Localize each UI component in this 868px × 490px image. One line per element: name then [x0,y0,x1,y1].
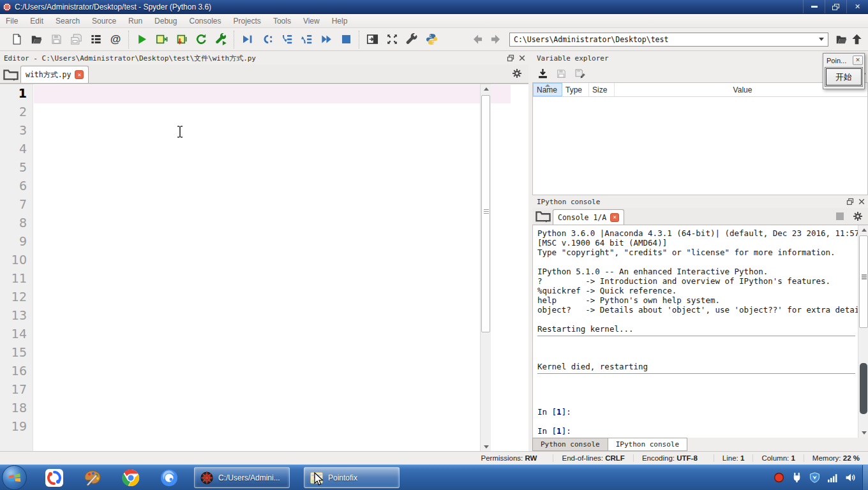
continue-icon[interactable] [318,32,334,47]
chrome-pinned-icon[interactable] [120,467,142,489]
save-icon[interactable] [49,32,64,47]
quark-pinned-icon[interactable] [158,467,180,489]
taskbar-button-spyder[interactable]: C:/Users/Admini... [194,467,290,488]
menu-consoles[interactable]: Consoles [189,17,221,26]
todesk-pinned-icon[interactable] [43,467,65,489]
console-divider [537,336,855,336]
tab-ipython-console[interactable]: IPython console [608,438,687,451]
browse-directory-icon[interactable] [834,32,849,47]
menu-projects[interactable]: Projects [234,17,261,26]
variable-explorer-title: Variable explorer [537,54,609,63]
open-file-icon[interactable] [29,32,44,47]
kernel-died-text: Kernel died, restarting [537,362,855,371]
title-bar: C:/Users/Administrator/Desktop/test - Sp… [0,0,868,14]
undock-icon[interactable] [846,198,854,205]
column-type[interactable]: Type [562,83,589,96]
menu-view[interactable]: View [303,17,320,26]
pointofix-title-bar[interactable]: Poin... ✕ [823,54,864,66]
menu-help[interactable]: Help [332,17,348,26]
run-cell-icon[interactable] [154,32,169,47]
rerun-icon[interactable] [193,32,209,47]
close-pane-icon[interactable] [518,54,526,62]
line-number: 10 [0,251,33,269]
console-options-gear-icon[interactable] [853,211,863,221]
console-tab[interactable]: Console 1/A ✕ [553,209,624,225]
text-ibeam-cursor [177,126,183,138]
menu-source[interactable]: Source [92,17,116,26]
run-configuration-icon[interactable] [213,32,228,47]
import-data-icon[interactable] [537,68,548,79]
tab-close-icon[interactable]: ✕ [75,70,84,79]
editor-tab[interactable]: with方式.py ✕ [20,66,89,83]
start-button[interactable] [2,465,27,490]
line-number: 3 [0,121,33,140]
parent-directory-icon[interactable] [849,32,864,47]
interrupt-kernel-icon[interactable] [836,212,844,220]
browse-tabs-icon[interactable] [3,66,19,82]
tab-close-icon[interactable]: ✕ [610,213,619,222]
step-return-icon[interactable] [299,32,314,47]
forward-icon[interactable] [488,32,503,47]
column-size[interactable]: Size [589,83,615,96]
save-data-icon [556,68,567,79]
console-scroll-thumb[interactable] [860,363,867,414]
run-cell-advance-icon[interactable] [174,32,189,47]
close-button[interactable]: ✕ [846,0,868,13]
python-logo-icon[interactable] [424,32,439,47]
menu-file[interactable]: File [6,17,18,26]
line-number: 16 [0,362,33,380]
run-file-icon[interactable] [134,32,149,47]
debug-run-line-icon[interactable] [259,32,274,47]
find-symbols-icon[interactable]: @ [108,32,123,47]
tab-python-console[interactable]: Python console [532,438,608,451]
stop-debug-icon[interactable] [338,32,354,47]
column-name[interactable]: Name [533,83,562,96]
editor-scrollbar[interactable] [480,84,491,451]
save-data-as-icon[interactable] [574,68,585,79]
recording-tray-icon[interactable] [774,472,784,483]
volume-tray-icon[interactable] [845,472,856,483]
preferences-wrench-icon[interactable] [404,32,419,47]
browse-tabs-icon[interactable] [535,208,551,223]
new-file-icon[interactable] [9,32,24,47]
restore-button[interactable] [825,0,846,13]
outline-explorer-icon[interactable] [88,32,103,47]
network-signal-tray-icon[interactable] [827,472,838,483]
save-all-icon[interactable] [68,32,84,47]
menu-edit[interactable]: Edit [30,17,43,26]
combobox-dropdown-icon[interactable] [819,38,824,41]
line-number: 1 [0,84,33,103]
variable-table[interactable]: Name Type Size Value [532,82,868,195]
input-prompt[interactable]: In [1]: [537,426,855,436]
step-into-icon[interactable] [279,32,294,47]
console-scrollbar[interactable] [858,225,868,438]
debug-file-icon[interactable] [239,32,255,47]
taskbar-button-label: C:/Users/Admini... [218,473,280,482]
menu-run[interactable]: Run [128,17,142,26]
line-number: 18 [0,399,33,417]
paint-palette-pinned-icon[interactable] [82,467,103,489]
minimize-button[interactable] [803,0,825,13]
undock-icon[interactable] [507,54,514,62]
maximize-pane-icon[interactable] [364,32,380,47]
editor-options-gear-icon[interactable] [512,68,522,78]
pointofix-start-button[interactable]: 开始 [826,68,862,85]
back-icon[interactable] [470,32,485,47]
pointofix-close-icon[interactable]: ✕ [853,56,863,65]
status-bar: Permissions: RW End-of-lines: CRLF Encod… [0,451,868,464]
menu-debug[interactable]: Debug [154,17,177,26]
spyder-window: C:/Users/Administrator/Desktop/test - Sp… [0,0,868,490]
show-desktop-button[interactable] [862,465,868,490]
pointofix-window[interactable]: Poin... ✕ 开始 [823,53,865,89]
power-plug-tray-icon[interactable] [791,472,802,483]
console-output[interactable]: Python 3.6.0 |Anaconda 4.3.1 (64-bit)| (… [532,225,868,438]
windows-taskbar: C:/Users/Admini... Pointofix [0,464,868,490]
status-permissions: Permissions: RW [472,454,545,462]
code-editor[interactable]: 1 2 3 4 5 6 7 8 9 10 11 12 13 14 15 16 1… [0,84,528,451]
menu-search[interactable]: Search [56,17,80,26]
fullscreen-icon[interactable] [384,32,400,47]
security-shield-tray-icon[interactable] [809,472,820,483]
close-pane-icon[interactable] [858,198,865,205]
working-directory-combobox[interactable]: C:\Users\Administrator\Desktop\test [509,33,828,47]
menu-tools[interactable]: Tools [273,17,291,26]
